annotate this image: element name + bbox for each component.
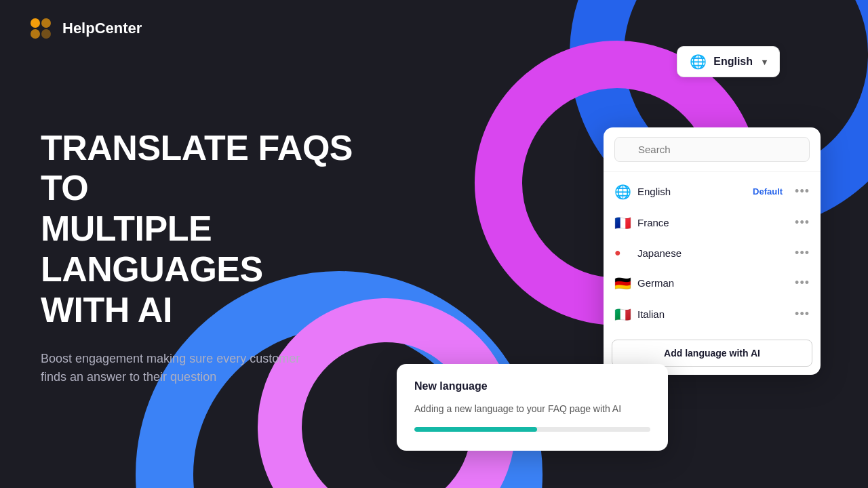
svg-point-2 (31, 29, 40, 39)
globe-icon: 🌐 (690, 54, 707, 70)
app-name: HelpCenter (62, 20, 142, 37)
progress-bar-fill (414, 427, 537, 432)
more-options-icon[interactable]: ••• (795, 184, 810, 199)
new-language-title: New language (414, 380, 650, 392)
language-dropdown: 🔍 🌐 English Default ••• 🇫🇷 France ••• (604, 127, 821, 375)
new-language-description: Adding a new language to your FAQ page w… (414, 402, 650, 416)
language-name: Japanese (637, 247, 788, 259)
search-input[interactable] (614, 137, 810, 162)
new-language-card: New language Adding a new language to yo… (397, 364, 668, 451)
left-section: Translate FAQs to Multiple Languages wit… (41, 101, 431, 388)
flag-icon: 🇮🇹 (614, 306, 631, 323)
language-list: 🌐 English Default ••• 🇫🇷 France ••• ● Ja… (604, 172, 821, 334)
flag-icon: 🌐 (614, 184, 631, 200)
list-item[interactable]: 🇫🇷 France ••• (604, 207, 821, 239)
language-name: France (637, 217, 788, 228)
flag-icon: ● (614, 247, 631, 259)
list-item[interactable]: 🌐 English Default ••• (604, 176, 821, 207)
chevron-down-icon: ▾ (762, 57, 767, 67)
list-item[interactable]: 🇩🇪 German ••• (604, 268, 821, 299)
logo-icon (27, 15, 54, 42)
language-name: German (637, 277, 788, 289)
list-item[interactable]: ● Japanese ••• (604, 239, 821, 268)
flag-icon: 🇩🇪 (614, 275, 631, 291)
add-language-button[interactable]: Add language with AI (612, 340, 812, 367)
hero-title: Translate FAQs to Multiple Languages wit… (41, 128, 393, 331)
more-options-icon[interactable]: ••• (795, 246, 810, 260)
language-name: Italian (637, 308, 788, 320)
more-options-icon[interactable]: ••• (795, 216, 810, 230)
more-options-icon[interactable]: ••• (795, 307, 810, 321)
search-bar: 🔍 (604, 127, 821, 172)
language-name: English (637, 186, 746, 197)
right-section: 🔍 🌐 English Default ••• 🇫🇷 France ••• (431, 114, 827, 375)
svg-point-3 (41, 29, 51, 39)
svg-point-1 (41, 18, 51, 28)
more-options-icon[interactable]: ••• (795, 276, 810, 290)
logo: HelpCenter (27, 15, 142, 42)
svg-point-0 (31, 18, 40, 28)
list-item[interactable]: 🇮🇹 Italian ••• (604, 299, 821, 330)
language-selector-button[interactable]: 🌐 English ▾ (677, 46, 780, 77)
default-badge: Default (753, 186, 783, 197)
search-wrapper: 🔍 (614, 137, 810, 162)
flag-icon: 🇫🇷 (614, 215, 631, 231)
selected-language: English (713, 56, 753, 68)
progress-bar-background (414, 427, 650, 432)
hero-subtitle: Boost engagement making sure every custo… (41, 350, 312, 388)
